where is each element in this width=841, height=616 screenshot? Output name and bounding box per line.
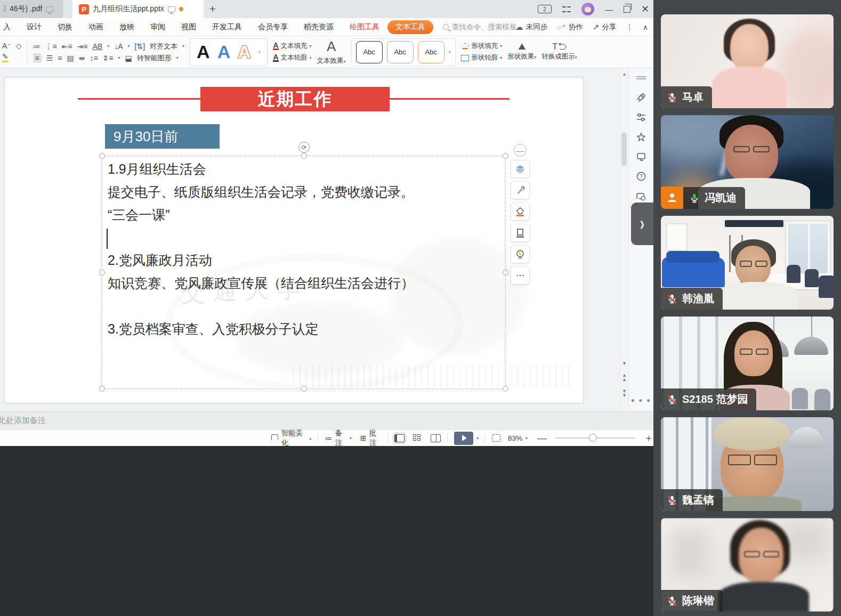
convert-to-diagram-button[interactable]: T⮌ 转换成图示▾ — [541, 43, 577, 61]
workspace-grid-icon[interactable] — [562, 5, 571, 13]
resize-handle-nw[interactable] — [99, 153, 105, 159]
align-left-icon[interactable]: ≡ — [33, 53, 42, 63]
present-window-icon[interactable] — [636, 151, 646, 162]
text-effect-button[interactable]: A 文本效果▾ — [317, 38, 346, 66]
shape-fill-quick-button[interactable] — [511, 202, 530, 221]
menu-item-insert-partial[interactable]: 入 — [0, 22, 19, 32]
body-line[interactable]: “三会一课” — [108, 206, 170, 224]
line-spacing-icon[interactable]: ↕≡ — [90, 54, 98, 62]
format-brush-button[interactable] — [511, 181, 530, 199]
notes-toggle-button[interactable]: ≔ 备注 ▾ — [325, 428, 351, 448]
resize-handle-ne[interactable] — [503, 153, 508, 159]
play-options-dropdown[interactable]: ▾ — [476, 436, 479, 441]
previous-slide-button[interactable]: ▲▲ — [621, 373, 627, 382]
menu-item-view[interactable]: 视图 — [173, 22, 204, 32]
wordart-style-black[interactable]: Abc — [356, 41, 383, 63]
smart-graphic-label[interactable]: 转智能图形 — [137, 53, 172, 63]
collaborate-button[interactable]: ◌⁺协作 — [557, 22, 583, 32]
more-tools-button[interactable]: ··· — [511, 266, 530, 285]
smart-graphic-icon[interactable]: ⬓ — [125, 54, 132, 62]
resize-handle-e[interactable] — [503, 270, 508, 275]
menu-item-devtools[interactable]: 开发工具 — [204, 22, 250, 32]
shape-fill-button[interactable]: 形状填充▾ — [461, 42, 502, 51]
panel-handle-icon[interactable] — [636, 72, 646, 83]
text-direction-icon[interactable]: ↓A — [114, 42, 123, 51]
menu-item-member[interactable]: 会员专享 — [250, 22, 296, 32]
effects-star-icon[interactable] — [636, 132, 646, 142]
align-center-icon[interactable]: ☰ — [46, 54, 53, 62]
resize-handle-se[interactable] — [503, 386, 508, 392]
date-badge[interactable]: 9月30日前 — [105, 124, 220, 149]
rocket-upgrade-icon[interactable] — [636, 92, 646, 103]
tab-active-presentation[interactable]: P 九月组织生活ppt.pptx — [72, 0, 204, 18]
notes-bar[interactable]: 此处添加备注 — [0, 411, 653, 429]
menu-item-text-tools-active[interactable]: 文本工具 — [387, 20, 433, 34]
restore-button[interactable] — [624, 6, 630, 13]
increase-indent-icon[interactable]: ⇥≡ — [77, 42, 88, 51]
numbered-list-icon[interactable]: ⋮≡ — [45, 42, 57, 51]
more-menu-button[interactable]: ⋮ — [626, 23, 634, 31]
resize-handle-n[interactable] — [301, 153, 307, 159]
rotate-handle[interactable]: ⟳ — [298, 142, 310, 153]
close-button[interactable]: ✕ — [641, 3, 649, 15]
align-right-icon[interactable]: ≡ — [58, 54, 62, 62]
collapse-ribbon-button[interactable]: ∧ — [643, 23, 648, 31]
vertical-scrollbar[interactable]: ▲ ▼ ▲▲ ▼▼ — [620, 68, 628, 411]
scroll-up-arrow[interactable]: ▲ — [622, 71, 627, 77]
video-tile-participant-2-active[interactable]: 冯凯迪 — [661, 115, 834, 209]
align-text-icon[interactable]: [⇅] — [135, 42, 145, 51]
eraser-icon[interactable]: ◇ — [16, 42, 22, 50]
gallery-more-icon[interactable]: ≡ — [449, 50, 451, 54]
video-tile-participant-3[interactable]: 韩渔胤 — [661, 216, 834, 310]
bullet-list-icon[interactable]: ≔ — [33, 42, 41, 51]
zoom-slider[interactable] — [555, 437, 635, 439]
zoom-percent[interactable]: 83% — [508, 434, 522, 442]
zoom-in-button[interactable]: ＋ — [644, 432, 653, 444]
distribute-icon[interactable]: ⇹ — [79, 54, 85, 62]
zoom-out-button[interactable]: — — [537, 433, 547, 444]
text-outline-button[interactable]: A文本轮廓▾ — [273, 53, 311, 62]
slide-page[interactable]: 交通大学 近期工作 9月30日前 1.9月组织生活会 提交电子、纸质版组织生活会… — [4, 77, 584, 403]
resize-handle-w[interactable] — [99, 270, 105, 275]
text-fill-button[interactable]: A文本填充▾ — [273, 42, 311, 51]
sync-status-button[interactable]: ☁未同步 — [515, 22, 548, 32]
shape-effect-button[interactable]: ⛰ 形状效果▾ — [507, 43, 536, 61]
tab-list-icon[interactable]: 2 — [538, 5, 552, 13]
menu-item-docer[interactable]: 稻壳资源 — [296, 22, 342, 32]
para-spacing-icon[interactable]: ⇕≡ — [103, 54, 114, 62]
scroll-down-arrow[interactable]: ▼ — [621, 361, 627, 366]
wordart-style-orange[interactable]: Abc — [418, 41, 444, 63]
body-line[interactable]: 2.党风廉政月活动 — [108, 252, 212, 269]
scrollbar-thumb[interactable] — [621, 132, 627, 166]
wordart-style-gallery[interactable]: Abc Abc Abc ≡ — [351, 38, 456, 66]
layer-order-button[interactable] — [511, 160, 530, 178]
menu-item-transition[interactable]: 切换 — [50, 22, 80, 32]
body-line[interactable]: 知识竞赛、党风廉政宣传展（结合组织生活会进行） — [108, 274, 414, 292]
video-tile-participant-5[interactable]: 魏孟镐 — [661, 417, 834, 511]
font-preset-gallery[interactable]: A A A ≡ — [190, 38, 268, 66]
body-line[interactable]: 1.9月组织生活会 — [108, 160, 206, 178]
wordart-style-blue[interactable]: Abc — [387, 41, 414, 63]
play-slideshow-button[interactable]: ▾ — [454, 432, 479, 445]
justify-icon[interactable]: ▤ — [67, 54, 74, 62]
menu-item-animation[interactable]: 动画 — [80, 22, 111, 32]
slide-title[interactable]: 近期工作 — [200, 87, 390, 111]
font-preset-blue[interactable]: A — [217, 42, 231, 62]
gallery-more-icon[interactable]: ≡ — [258, 50, 261, 54]
new-tab-button[interactable]: + — [204, 0, 222, 18]
share-button[interactable]: ↗分享 — [593, 22, 617, 32]
resize-handle-sw[interactable] — [99, 386, 105, 392]
video-tile-participant-1[interactable]: 马卓 — [661, 14, 834, 108]
account-avatar[interactable] — [581, 3, 594, 15]
selected-textbox[interactable]: 1.9月组织生活会 提交电子、纸质版组织生活会记录，党费收缴记录。 “三会一课”… — [102, 156, 506, 389]
decrease-indent-icon[interactable]: ⇤≡ — [62, 42, 72, 51]
font-preset-outline[interactable]: A — [238, 42, 251, 62]
reading-view-button[interactable] — [431, 434, 441, 442]
menu-item-slideshow[interactable]: 放映 — [111, 22, 142, 32]
slide-sorter-view-button[interactable] — [413, 434, 422, 442]
fit-slide-button[interactable] — [492, 434, 500, 442]
shrink-font-icon[interactable]: A⁻ — [2, 42, 11, 50]
comments-button[interactable]: ⊞ 批注 — [360, 428, 382, 448]
body-line[interactable]: 3.党员档案审查、入党积极分子认定 — [108, 320, 319, 338]
highlight-icon[interactable]: ✎ — [2, 52, 9, 62]
